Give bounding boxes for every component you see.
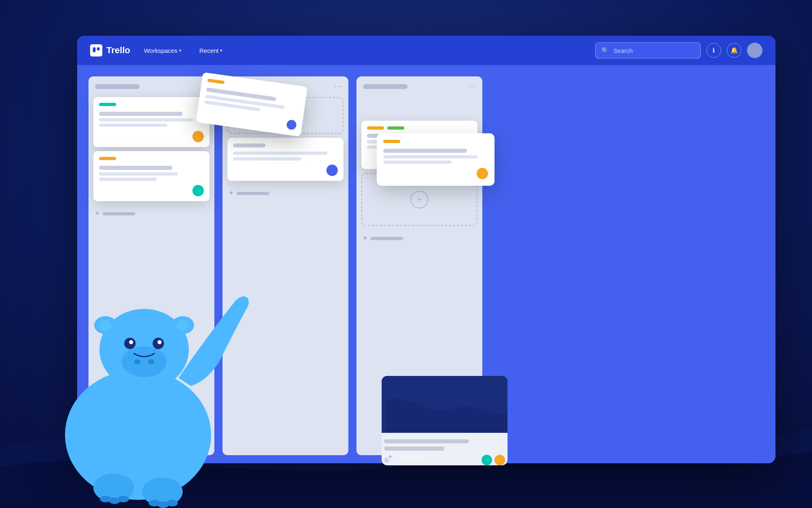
search-icon: 🔍 xyxy=(601,47,609,54)
elevated-card-sub1 xyxy=(383,155,477,158)
col-2-add-card-bar xyxy=(237,192,269,195)
scene: Trello Workspaces ▾ Recent ▾ 🔍 Search ℹ xyxy=(0,0,812,508)
svg-point-20 xyxy=(118,496,129,502)
card-1-2-tag xyxy=(99,157,116,160)
notifications-button[interactable]: 🔔 xyxy=(727,43,741,58)
recent-chevron-icon: ▾ xyxy=(220,48,222,53)
floating-card-avatar xyxy=(286,119,297,130)
column-3-title xyxy=(363,84,408,89)
col-3-spacer xyxy=(361,97,477,117)
elevated-card-sub2 xyxy=(383,161,451,164)
dark-card-plus-icon: + xyxy=(388,453,393,461)
elevated-card-avatar xyxy=(477,168,488,179)
dark-inner-avatars xyxy=(482,455,505,465)
recent-label: Recent xyxy=(199,47,219,54)
card-3-2-tag2 xyxy=(387,126,404,130)
card-2-2[interactable] xyxy=(227,138,343,181)
bell-icon: 🔔 xyxy=(730,47,738,54)
hippo-character xyxy=(41,199,268,508)
card-1-2-avatar xyxy=(192,185,204,196)
svg-point-11 xyxy=(148,359,154,364)
svg-point-14 xyxy=(129,340,133,344)
svg-point-23 xyxy=(166,500,178,506)
user-avatar[interactable] xyxy=(747,43,762,58)
dark-inner-bar-1 xyxy=(384,439,469,443)
navbar-right: 🔍 Search ℹ 🔔 xyxy=(595,42,762,59)
card-1-1[interactable] xyxy=(93,97,209,147)
column-3-menu[interactable]: ··· xyxy=(469,82,476,91)
card-1-2-subtitle-bar-1 xyxy=(99,172,178,176)
card-1-1-avatar xyxy=(192,131,204,142)
col-3-add-card-btn[interactable]: + xyxy=(361,232,477,245)
card-3-2-tag1 xyxy=(367,126,384,130)
dark-inner-avatar-1 xyxy=(482,455,492,465)
svg-point-15 xyxy=(158,340,162,344)
dark-card-add-btn[interactable]: + xyxy=(388,453,428,461)
info-icon: ℹ xyxy=(713,47,715,54)
card-1-1-subtitle-bar-1 xyxy=(99,118,193,122)
search-placeholder: Search xyxy=(613,47,633,54)
card-1-2-footer xyxy=(99,185,204,196)
card-elevated[interactable] xyxy=(377,133,495,186)
workspaces-nav-item[interactable]: Workspaces ▾ xyxy=(140,45,186,56)
card-1-2-subtitle-bar-2 xyxy=(99,178,157,181)
svg-rect-1 xyxy=(97,48,100,51)
workspaces-label: Workspaces xyxy=(144,47,177,54)
hippo-svg xyxy=(41,199,268,508)
column-1-title xyxy=(95,84,140,89)
svg-point-8 xyxy=(176,320,189,330)
svg-rect-0 xyxy=(93,48,96,52)
trello-logo-icon xyxy=(90,44,102,56)
svg-point-6 xyxy=(99,320,112,330)
elevated-card-title xyxy=(383,149,467,153)
trello-logo-text: Trello xyxy=(106,45,130,56)
dark-card-overlay: + xyxy=(382,376,508,465)
column-1-header: ··· xyxy=(93,82,209,93)
svg-point-9 xyxy=(122,346,166,377)
info-button[interactable]: ℹ xyxy=(706,43,721,58)
svg-point-10 xyxy=(134,359,140,364)
trello-logo: Trello xyxy=(90,44,130,56)
col-2-plus-icon: + xyxy=(229,189,233,198)
dark-inner-avatar-2 xyxy=(495,455,505,465)
card-1-2[interactable] xyxy=(93,151,209,201)
col-3-plus-icon: + xyxy=(363,234,367,243)
card-1-1-tag xyxy=(99,103,116,106)
card-1-1-subtitle-bar-2 xyxy=(99,124,167,127)
column-3-header: ··· xyxy=(361,82,477,93)
col-3-add-card-bar xyxy=(371,237,403,240)
card-2-2-avatar xyxy=(326,165,338,176)
dark-card-add-bar xyxy=(396,456,428,459)
search-box[interactable]: 🔍 Search xyxy=(595,42,701,59)
floating-card-tag xyxy=(207,78,225,84)
elevated-card-footer xyxy=(383,168,488,179)
col-3-plus-circle-icon: + xyxy=(410,191,428,208)
card-2-2-sub1 xyxy=(233,152,327,155)
workspaces-chevron-icon: ▾ xyxy=(179,48,181,53)
card-1-2-title-bar xyxy=(99,166,173,170)
card-2-2-footer xyxy=(233,165,338,176)
elevated-card-tag xyxy=(383,140,400,143)
card-1-1-footer xyxy=(99,131,204,142)
card-2-2-sub2 xyxy=(233,157,301,161)
navbar: Trello Workspaces ▾ Recent ▾ 🔍 Search ℹ xyxy=(77,36,775,65)
dark-inner-bar-2 xyxy=(384,447,445,451)
column-2-menu[interactable]: ··· xyxy=(335,82,342,91)
col-2-add-card-btn[interactable]: + xyxy=(227,187,343,200)
card-2-2-title xyxy=(233,143,266,148)
recent-nav-item[interactable]: Recent ▾ xyxy=(195,45,227,56)
card-1-1-title-bar xyxy=(99,112,183,116)
